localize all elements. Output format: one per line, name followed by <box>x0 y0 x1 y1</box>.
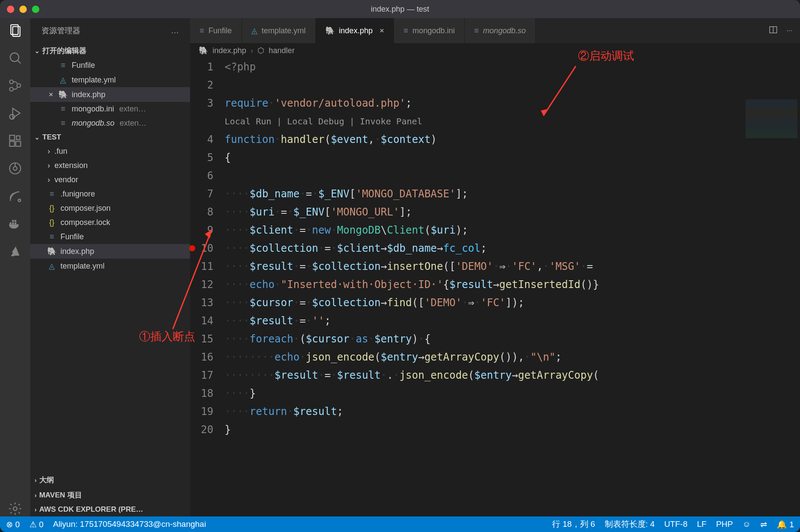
split-editor-icon[interactable] <box>768 25 778 36</box>
close-icon[interactable]: × <box>48 90 54 99</box>
code-line[interactable]: ····$result·=·''; <box>225 312 800 330</box>
aws-section[interactable]: › AWS CDK EXPLORER (PRE… <box>30 503 190 516</box>
code-line[interactable]: require·'vendor/autoload.php'; <box>225 94 800 112</box>
zoom-window-button[interactable] <box>32 6 39 13</box>
line-number[interactable]: 18 <box>190 384 213 402</box>
code-line[interactable]: } <box>225 421 800 439</box>
open-editor-item[interactable]: ≡Funfile <box>30 58 190 73</box>
status-cursor[interactable]: 行 18，列 6 <box>552 519 595 530</box>
breadcrumb[interactable]: 🐘 index.php › ⬡ handler <box>190 43 800 58</box>
folder-item[interactable]: ›extension <box>30 158 190 173</box>
status-errors[interactable]: ⊗ 0 <box>6 519 20 529</box>
file-item[interactable]: ≡Funfile <box>30 230 190 244</box>
editor-tab[interactable]: ≡Funfile <box>190 18 242 43</box>
open-editor-item[interactable]: ≡mongodb.soexten… <box>30 116 190 130</box>
status-tabsize[interactable]: 制表符长度: 4 <box>605 519 655 530</box>
code-line[interactable]: { <box>225 149 800 167</box>
debug-icon[interactable] <box>7 105 23 121</box>
line-number[interactable]: 14 <box>190 312 213 330</box>
search-icon[interactable] <box>7 50 23 66</box>
line-number[interactable]: 6 <box>190 167 213 185</box>
line-number[interactable]: 17 <box>190 366 213 384</box>
codelens[interactable]: Local Run | Local Debug | Invoke Panel <box>225 112 800 130</box>
open-editors-section[interactable]: ⌄ 打开的编辑器 <box>30 43 190 58</box>
status-lang[interactable]: PHP <box>716 519 733 529</box>
editor-tab[interactable]: 🐘index.php× <box>316 18 394 43</box>
editor-tab[interactable]: ◬template.yml <box>242 18 316 43</box>
editor-tab[interactable]: ≡mongodb.so <box>465 18 536 43</box>
line-number[interactable]: 13 <box>190 294 213 312</box>
code-line[interactable]: function·handler($event,·$context) <box>225 130 800 149</box>
code-line[interactable]: ····$result·=·$collection→insertOne(['DE… <box>225 257 800 276</box>
file-item[interactable]: {}composer.json <box>30 201 190 215</box>
folder-item[interactable]: ›.fun <box>30 144 190 158</box>
status-account[interactable]: Aliyun: 1751705494334733@cn-shanghai <box>53 519 206 529</box>
line-number[interactable]: 3 <box>190 94 213 112</box>
line-number[interactable]: 16 <box>190 348 213 366</box>
file-icon: ◬ <box>59 75 67 85</box>
line-number[interactable]: 5 <box>190 149 213 167</box>
status-encoding[interactable]: UTF-8 <box>664 519 688 529</box>
line-number[interactable]: 2 <box>190 76 213 94</box>
code-line[interactable]: ····$client·=·new·MongoDB\Client($uri); <box>225 221 800 239</box>
file-item[interactable]: {}composer.lock <box>30 215 190 230</box>
status-eol[interactable]: LF <box>697 519 706 529</box>
explorer-more-icon[interactable]: … <box>171 26 179 35</box>
status-bell-icon[interactable]: 🔔 1 <box>777 519 794 529</box>
remote-icon[interactable] <box>7 188 23 204</box>
explorer-icon[interactable] <box>7 22 23 38</box>
code-content[interactable]: <?phprequire·'vendor/autoload.php';Local… <box>225 58 800 516</box>
maven-section[interactable]: › MAVEN 项目 <box>30 488 190 503</box>
line-number[interactable]: 11 <box>190 257 213 276</box>
code-line[interactable]: ····$cursor·=·$collection→find(['DEMO'·⇒… <box>225 294 800 312</box>
more-actions-icon[interactable]: ··· <box>787 27 792 35</box>
close-window-button[interactable] <box>7 6 14 13</box>
code-line[interactable]: ········echo·json_encode($entry→getArray… <box>225 348 800 366</box>
source-control-icon[interactable] <box>7 78 23 93</box>
settings-gear-icon[interactable] <box>7 501 23 516</box>
code-line[interactable]: ····$collection·=·$client→$db_name→fc_co… <box>225 239 800 257</box>
minimap[interactable] <box>735 98 800 516</box>
folder-item[interactable]: ›vendor <box>30 173 190 187</box>
code-editor[interactable]: 1234567891011121314151617181920 <?phpreq… <box>190 58 800 516</box>
file-item[interactable]: ◬template.yml <box>30 259 190 273</box>
code-line[interactable] <box>225 76 800 94</box>
line-number[interactable]: 7 <box>190 185 213 203</box>
open-editor-item[interactable]: ◬template.yml <box>30 73 190 87</box>
open-editor-item[interactable]: ×🐘index.php <box>30 87 190 102</box>
gutter[interactable]: 1234567891011121314151617181920 <box>190 58 225 516</box>
docker-icon[interactable] <box>7 216 23 231</box>
minimize-window-button[interactable] <box>19 6 27 13</box>
code-line[interactable]: ····return·$result; <box>225 402 800 421</box>
code-line[interactable]: <?php <box>225 58 800 76</box>
extensions-icon[interactable] <box>7 133 23 149</box>
code-line[interactable]: ····} <box>225 384 800 402</box>
code-line[interactable]: ····$uri·=·$_ENV['MONGO_URL']; <box>225 203 800 221</box>
line-number[interactable]: 4 <box>190 130 213 149</box>
line-number[interactable]: 8 <box>190 203 213 221</box>
git-lens-icon[interactable] <box>7 161 23 176</box>
line-number[interactable]: 19 <box>190 402 213 421</box>
close-tab-icon[interactable]: × <box>380 26 384 35</box>
line-number[interactable]: 1 <box>190 58 213 76</box>
status-warnings[interactable]: ⚠ 0 <box>29 519 44 529</box>
code-line[interactable]: ········$result·=·$result·.·json_encode(… <box>225 366 800 384</box>
azure-icon[interactable] <box>7 244 23 259</box>
file-item[interactable]: 🐘index.php <box>30 244 190 259</box>
code-line[interactable]: ····$db_name·=·$_ENV['MONGO_DATABASE']; <box>225 185 800 203</box>
code-line[interactable] <box>225 167 800 185</box>
editor-tab[interactable]: ≡mongodb.ini <box>394 18 465 43</box>
line-number[interactable]: 20 <box>190 421 213 439</box>
line-number[interactable]: 12 <box>190 276 213 294</box>
open-editor-item[interactable]: ≡mongodb.iniexten… <box>30 102 190 116</box>
line-number[interactable]: 9 <box>190 221 213 239</box>
line-number[interactable]: 10 <box>190 239 213 257</box>
file-item[interactable]: ≡.funignore <box>30 187 190 201</box>
status-feedback-icon[interactable]: ☺ <box>743 519 751 529</box>
code-line[interactable]: ····echo·"Inserted·with·Object·ID·'{$res… <box>225 276 800 294</box>
outline-section[interactable]: › 大纲 <box>30 472 190 488</box>
folder-section[interactable]: ⌄ TEST <box>30 130 190 144</box>
status-remote-icon[interactable]: ⇌ <box>760 519 767 529</box>
code-line[interactable]: ····foreach·($cursor·as·$entry)·{ <box>225 330 800 348</box>
line-number[interactable]: 15 <box>190 330 213 348</box>
